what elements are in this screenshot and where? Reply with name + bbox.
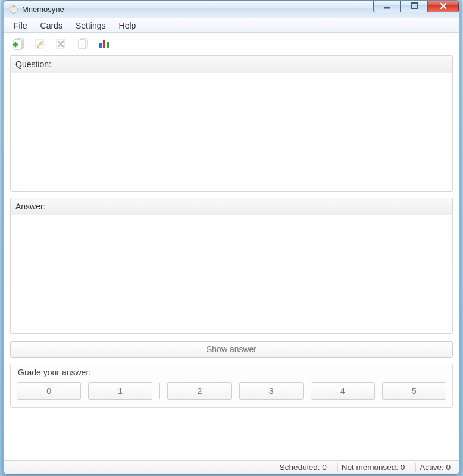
- window-controls: [373, 0, 459, 12]
- grade-2-label: 2: [198, 386, 202, 396]
- browse-cards-button[interactable]: [74, 35, 91, 52]
- app-icon: [9, 5, 18, 14]
- svg-rect-2: [384, 7, 390, 9]
- grade-3-label: 3: [269, 386, 274, 396]
- statistics-icon: [98, 37, 111, 50]
- grade-0-label: 0: [46, 386, 51, 396]
- show-answer-label: Show answer: [207, 345, 256, 354]
- statistics-button[interactable]: [96, 35, 112, 52]
- status-active: Active: 0: [415, 463, 454, 472]
- titlebar[interactable]: Mnemosyne: [4, 1, 459, 18]
- maximize-icon: [411, 2, 418, 10]
- question-label: Question:: [10, 55, 453, 73]
- delete-card-button: [53, 35, 70, 52]
- svg-rect-1: [13, 5, 14, 8]
- status-scheduled: Scheduled: 0: [276, 463, 330, 472]
- delete-card-icon: [55, 37, 68, 50]
- answer-pane: [10, 215, 453, 334]
- grade-1-button[interactable]: 1: [88, 382, 152, 400]
- minimize-icon: [383, 2, 390, 10]
- menu-settings[interactable]: Settings: [70, 19, 112, 32]
- statusbar: Scheduled: 0 Not memorised: 0 Active: 0: [4, 460, 459, 474]
- svg-rect-3: [411, 3, 417, 8]
- minimize-button[interactable]: [373, 0, 401, 12]
- menu-cards[interactable]: Cards: [35, 19, 68, 32]
- grade-separator: [159, 383, 160, 399]
- grade-3-button[interactable]: 3: [239, 382, 304, 400]
- close-icon: [440, 2, 447, 10]
- grade-1-label: 1: [118, 386, 123, 396]
- add-card-icon: [12, 37, 25, 50]
- question-pane: [10, 73, 453, 192]
- answer-label: Answer:: [10, 198, 453, 215]
- close-button[interactable]: [428, 0, 459, 12]
- grade-0-button[interactable]: 0: [17, 382, 81, 400]
- app-window: Mnemosyne File Cards Settings Help: [4, 0, 459, 475]
- status-not-memorised: Not memorised: 0: [337, 463, 409, 472]
- edit-card-button: [32, 35, 48, 52]
- show-answer-button[interactable]: Show answer: [10, 341, 453, 358]
- svg-rect-11: [103, 40, 105, 48]
- cards-stack-icon: [76, 37, 89, 50]
- grade-5-button[interactable]: 5: [382, 382, 446, 400]
- svg-rect-9: [79, 40, 86, 49]
- toolbar: [4, 33, 459, 54]
- content-area: Question: Answer: Show answer Grade your…: [10, 55, 453, 459]
- svg-rect-12: [107, 42, 109, 48]
- grade-row: 0 1 2 3 4 5: [17, 382, 446, 400]
- svg-rect-10: [99, 43, 102, 48]
- grade-title: Grade your answer:: [18, 368, 446, 377]
- grade-4-button[interactable]: 4: [311, 382, 375, 400]
- grade-4-label: 4: [340, 386, 345, 396]
- maximize-button[interactable]: [401, 0, 428, 12]
- grade-2-button[interactable]: 2: [167, 382, 232, 400]
- menubar: File Cards Settings Help: [4, 18, 459, 33]
- menu-file[interactable]: File: [8, 19, 33, 32]
- add-card-button[interactable]: [10, 35, 27, 52]
- menu-help[interactable]: Help: [113, 19, 142, 32]
- grade-group: Grade your answer: 0 1 2 3 4 5: [10, 364, 453, 408]
- grade-5-label: 5: [412, 386, 417, 396]
- edit-card-icon: [33, 37, 46, 50]
